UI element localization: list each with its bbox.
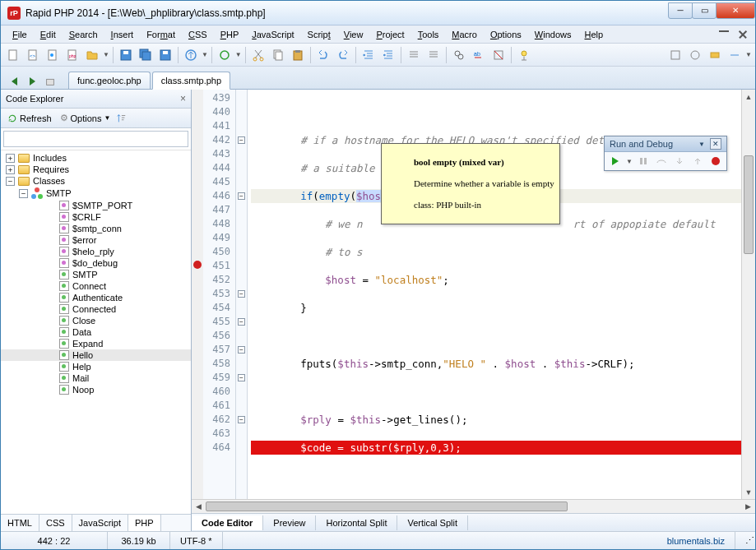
menu-javascript[interactable]: JavaScript [245, 27, 300, 42]
etab-vsplit[interactable]: Vertical Split [397, 515, 468, 530]
file-tab-1[interactable]: class.smtp.php [152, 72, 230, 90]
maximize-button[interactable]: ▭ [692, 2, 717, 19]
play-button[interactable] [608, 155, 623, 168]
menu-options[interactable]: Options [484, 27, 528, 42]
status-resize-grip[interactable]: ⋰ [735, 532, 755, 549]
run-debug-panel[interactable]: Run and Debug ▼ ✕ ▼ [604, 136, 727, 171]
menu-help[interactable]: Help [577, 27, 610, 42]
run-debug-dropdown-icon[interactable]: ▼ [698, 141, 705, 148]
menu-project[interactable]: Project [369, 27, 410, 42]
tree-member[interactable]: $do_debug [1, 257, 191, 269]
tree-classes[interactable]: −Classes [1, 175, 191, 187]
tool-extra-1[interactable] [666, 46, 684, 64]
btab-js[interactable]: JavaScript [72, 515, 128, 531]
new-html-button[interactable]: <> [24, 46, 42, 64]
nav-disk-button[interactable] [42, 74, 58, 89]
mdi-close-icon[interactable] [739, 30, 747, 39]
btab-css[interactable]: CSS [39, 515, 72, 531]
tree-member[interactable]: Mail [1, 372, 191, 384]
tree-member[interactable]: $helo_rply [1, 246, 191, 257]
close-button[interactable]: ✕ [716, 2, 755, 19]
save-all-button[interactable] [137, 46, 155, 64]
menu-insert[interactable]: Insert [104, 27, 141, 42]
menu-format[interactable]: Format [140, 27, 182, 42]
new-css-button[interactable] [44, 46, 62, 64]
indent-button[interactable] [359, 46, 378, 64]
etab-hsplit[interactable]: Horizontal Split [316, 515, 397, 530]
tool-extra-3[interactable] [706, 46, 724, 64]
btab-php[interactable]: PHP [128, 515, 161, 531]
undo-button[interactable] [314, 46, 332, 64]
etab-preview[interactable]: Preview [263, 515, 316, 530]
tree-member[interactable]: Noop [1, 384, 191, 395]
filter-input[interactable] [3, 131, 188, 147]
comment-button[interactable] [405, 46, 423, 64]
tree-member[interactable]: $error [1, 234, 191, 246]
cut-button[interactable] [249, 46, 267, 64]
pause-button[interactable] [636, 155, 651, 168]
options-button[interactable]: ⚙ Options ▼ [57, 111, 114, 125]
status-link[interactable]: blumentals.biz [657, 536, 735, 546]
record-button[interactable] [708, 155, 723, 168]
step-out-button[interactable] [690, 155, 705, 168]
tree-member[interactable]: $smtp_conn [1, 223, 191, 234]
tree-member[interactable]: Close [1, 315, 191, 326]
preview-button[interactable] [216, 46, 234, 64]
tree-class-smtp[interactable]: −SMTP [1, 187, 191, 200]
uncomment-button[interactable] [424, 46, 443, 64]
tree-member[interactable]: Authenticate [1, 292, 191, 303]
upload-button[interactable] [182, 46, 200, 64]
tree-member[interactable]: Hello [1, 349, 191, 361]
tree-member[interactable]: Connect [1, 280, 191, 292]
status-encoding[interactable]: UTF-8 * [170, 532, 223, 549]
goto-button[interactable] [489, 46, 508, 64]
play-dropdown-icon[interactable]: ▼ [626, 158, 633, 165]
find-button[interactable] [450, 46, 468, 64]
save-button[interactable] [117, 46, 135, 64]
tree-includes[interactable]: +Includes [1, 152, 191, 164]
replace-button[interactable]: ab [470, 46, 488, 64]
run-debug-close-button[interactable]: ✕ [710, 138, 721, 150]
sort-button[interactable] [115, 113, 127, 124]
minimize-button[interactable]: ─ [668, 2, 693, 19]
breakpoint-icon[interactable] [193, 261, 202, 269]
step-into-button[interactable] [672, 155, 687, 168]
new-php-button[interactable]: php [63, 46, 81, 64]
nav-back-button[interactable] [6, 74, 22, 89]
redo-button[interactable] [334, 46, 352, 64]
tool-extra-2[interactable] [686, 46, 704, 64]
tree-member[interactable]: $SMTP_PORT [1, 200, 191, 211]
open-button[interactable] [83, 46, 101, 64]
tree-member[interactable]: SMTP [1, 269, 191, 280]
hscrollbar-thumb[interactable] [206, 501, 568, 511]
vertical-scrollbar[interactable]: ▲ ▼ [741, 90, 755, 499]
sidebar-close-button[interactable]: × [180, 93, 186, 104]
menu-edit[interactable]: Edit [34, 27, 63, 42]
copy-button[interactable] [269, 46, 287, 64]
tool-extra-4[interactable] [726, 46, 744, 64]
menu-view[interactable]: View [337, 27, 370, 42]
horizontal-scrollbar[interactable]: ◀▶ [192, 499, 755, 513]
nav-forward-button[interactable] [24, 74, 40, 89]
menu-file[interactable]: File [6, 27, 34, 42]
tree-member[interactable]: Connected [1, 303, 191, 315]
step-over-button[interactable] [654, 155, 669, 168]
menu-windows[interactable]: Windows [528, 27, 578, 42]
file-tab-0[interactable]: func.geoloc.php [68, 72, 151, 89]
new-file-button[interactable] [4, 46, 22, 64]
etab-code-editor[interactable]: Code Editor [192, 515, 263, 530]
menu-php[interactable]: PHP [214, 27, 246, 42]
tree-member[interactable]: Help [1, 361, 191, 372]
save-as-button[interactable] [156, 46, 174, 64]
mdi-minimize-icon[interactable] [719, 30, 729, 32]
menu-css[interactable]: CSS [182, 27, 214, 42]
paste-button[interactable] [289, 46, 307, 64]
menu-script[interactable]: Script [301, 27, 337, 42]
tree-member[interactable]: Data [1, 326, 191, 338]
btab-html[interactable]: HTML [1, 515, 39, 531]
tree-member[interactable]: $CRLF [1, 211, 191, 223]
tree-member[interactable]: Expand [1, 338, 191, 349]
tree-requires[interactable]: +Requires [1, 164, 191, 175]
breakpoint-gutter[interactable] [192, 90, 203, 499]
run-debug-header[interactable]: Run and Debug ▼ ✕ [605, 136, 726, 152]
